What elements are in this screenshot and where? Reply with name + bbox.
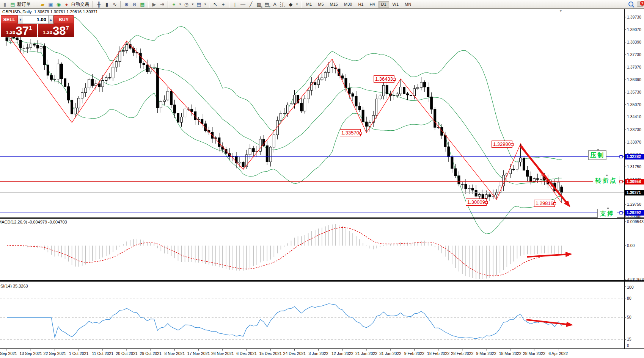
volume-increase-button[interactable]: ▲: [48, 15, 53, 24]
macd-axis-tick-label: 0.009543: [627, 219, 644, 224]
toolbar-separator: [168, 1, 168, 8]
macd-pane: [7, 224, 562, 279]
macd-axis-tick-label: -0.013684: [627, 277, 644, 281]
channel-icon[interactable]: ▨E: [255, 1, 262, 8]
chart-shift-icon[interactable]: ⇥: [159, 1, 166, 8]
date-axis-label: 2 Sep 2021: [0, 351, 17, 356]
chart-collapse-arrow-icon[interactable]: ▼: [559, 9, 562, 13]
tag-anchor: [359, 132, 362, 134]
annotation-text-label[interactable]: 转折点: [593, 176, 619, 185]
toolbar-separator: [229, 1, 229, 8]
zoom-out-icon[interactable]: ⊖: [131, 1, 138, 8]
one-click-trading-panel: SELL ▼ ▲ BUY 1.30 37 1 1.30 38 7: [1, 15, 74, 37]
price-axis-tick-label: 1.35730: [627, 90, 641, 94]
rsi-pane: [0, 299, 624, 339]
timeframe-button-M5[interactable]: M5: [315, 1, 326, 8]
notification-count-badge: 1: [640, 1, 644, 6]
dropdown-caret-icon[interactable]: ▾: [203, 1, 207, 8]
timeframe-button-H4[interactable]: H4: [367, 1, 377, 8]
vertical-line-icon[interactable]: |: [231, 1, 239, 8]
buy-price-small: 1.30: [43, 30, 52, 35]
label-anchor: [606, 175, 608, 176]
tag-anchor: [511, 143, 514, 146]
line-chart-icon[interactable]: ∿: [111, 1, 118, 8]
date-axis-label: 20 Oct 2021: [116, 351, 137, 356]
sell-price-display[interactable]: 1.30 37 1: [1, 24, 37, 37]
zoom-in-icon[interactable]: ⊕: [123, 1, 130, 8]
price-tag-label[interactable]: 1.30009: [466, 199, 487, 206]
candlestick-chart-icon[interactable]: ▮: [103, 1, 110, 8]
new-order-button[interactable]: 新订单: [17, 1, 31, 8]
buy-button[interactable]: BUY: [53, 15, 74, 24]
timeframe-button-M1[interactable]: M1: [303, 1, 314, 8]
signal-icon[interactable]: ◉: [55, 1, 62, 8]
buy-price-display[interactable]: 1.30 38 7: [38, 24, 74, 37]
charts-icon[interactable]: ▰: [39, 1, 46, 8]
timeframe-button-D1[interactable]: D1: [379, 1, 389, 8]
date-axis-label: 18 Feb 2022: [427, 351, 449, 356]
main-toolbar: ▮▤新订单▰▣◉●自动交易╫▮∿⊕⊖▦▶⇥+▾◷▾▤▾↖+|—╱▨E▤FAT◆▾…: [0, 0, 644, 9]
date-axis-label: 17 Nov 2021: [187, 351, 210, 356]
volume-decrease-button[interactable]: ▼: [18, 15, 23, 24]
date-axis-label: 21 Jan 2022: [355, 351, 377, 356]
date-axis-label: 9 Mar 2022: [476, 351, 496, 356]
search-icon[interactable]: [628, 2, 633, 6]
trendline-icon[interactable]: ╱: [247, 1, 254, 8]
timeframe-button-H1[interactable]: H1: [355, 1, 366, 8]
date-axis-label: 12 Jan 2022: [331, 351, 353, 356]
text-label-icon[interactable]: T: [279, 1, 286, 8]
label-anchor: [607, 208, 609, 209]
terminal-icon[interactable]: ▣: [47, 1, 54, 8]
annotation-text-label[interactable]: 支撑: [597, 209, 617, 218]
dropdown-caret-icon[interactable]: ▾: [295, 1, 299, 8]
timeframe-button-M15[interactable]: M15: [327, 1, 341, 8]
autotrading-icon[interactable]: ●: [63, 1, 70, 8]
notification-bubble-icon[interactable]: 1: [637, 2, 644, 7]
timeframe-button-M30[interactable]: M30: [341, 1, 355, 8]
timeframe-button-MN[interactable]: MN: [402, 1, 414, 8]
date-axis-label: 28 Mar 2022: [523, 351, 545, 356]
date-axis-label: 26 Nov 2021: [211, 351, 234, 356]
horizontal-line-icon[interactable]: —: [239, 1, 247, 8]
macd-axis-tick-label: 0.00: [627, 243, 635, 248]
date-axis-label: 24 Dec 2021: [283, 351, 306, 356]
arrows-icon[interactable]: ◆: [287, 1, 294, 8]
price-tag-label[interactable]: 1.36433: [374, 75, 394, 83]
indicators-add-icon[interactable]: +: [170, 1, 177, 8]
toolbar-separator: [93, 1, 93, 8]
date-axis-label: 3 Jan 2022: [309, 351, 328, 356]
dropdown-caret-icon[interactable]: ▾: [178, 1, 182, 8]
buy-price-big: 38: [53, 25, 66, 37]
text-icon[interactable]: A: [271, 1, 278, 8]
date-axis-label: 29 Oct 2021: [140, 351, 162, 356]
periods-icon[interactable]: ◷: [183, 1, 190, 8]
mt4-window: { "toolbar": { "new_order_label": "新订单",…: [0, 0, 644, 358]
timeframe-button-W1[interactable]: W1: [390, 1, 402, 8]
chart-canvas[interactable]: [0, 0, 644, 358]
tile-windows-icon[interactable]: ▦: [139, 1, 146, 8]
date-axis-label: 6 Dec 2021: [236, 351, 257, 356]
fibonacci-icon[interactable]: ▤F: [263, 1, 270, 8]
price-tag-label[interactable]: 1.29816: [534, 200, 555, 207]
horizontal-level-lines[interactable]: [0, 155, 624, 214]
annotation-text-label[interactable]: 压制: [588, 150, 606, 160]
autotrading-button[interactable]: 自动交易: [71, 1, 89, 8]
auto-scroll-icon[interactable]: ▶: [151, 1, 158, 8]
clipped-window-icon[interactable]: ▮: [1, 1, 8, 8]
dropdown-caret-icon[interactable]: ▾: [191, 1, 195, 8]
crosshair-icon[interactable]: +: [220, 1, 227, 8]
sell-button[interactable]: SELL: [1, 15, 18, 24]
sell-price-small: 1.30: [6, 30, 15, 35]
price-axis-badge: 1.29292: [625, 210, 644, 216]
price-tag-label[interactable]: 1.33570: [340, 129, 361, 136]
price-axis-tick-label: 1.36390: [627, 77, 641, 82]
volume-input[interactable]: [23, 15, 48, 24]
price-axis-tick-label: 1.37070: [627, 65, 641, 69]
new-order-icon[interactable]: ▤: [9, 1, 16, 8]
date-axis-label: 1 Oct 2021: [69, 351, 88, 356]
templates-icon[interactable]: ▤: [195, 1, 203, 8]
price-tag-label[interactable]: 1.32980: [492, 141, 512, 148]
price-axis-tick-label: 1.33070: [627, 140, 641, 144]
bar-chart-icon[interactable]: ╫: [95, 1, 102, 8]
cursor-icon[interactable]: ↖: [212, 1, 219, 8]
